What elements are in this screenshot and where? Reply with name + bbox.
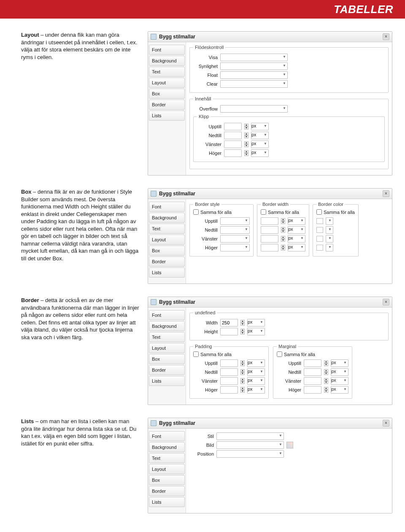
tab-border[interactable]: Border — [149, 100, 185, 110]
dd-bw-right-u[interactable]: px — [288, 244, 305, 251]
dd-synlighet[interactable] — [220, 62, 288, 70]
tab-border[interactable]: Border — [149, 365, 185, 375]
tab-box[interactable]: Box — [149, 354, 185, 364]
tab-background[interactable]: Background — [149, 442, 185, 452]
tab-font[interactable]: Font — [149, 45, 185, 55]
dd-bc-top[interactable] — [326, 217, 333, 225]
dd-height-u[interactable]: px — [247, 328, 265, 335]
spin-p-top[interactable]: ▲▼ — [240, 360, 245, 366]
inp-clip-right[interactable] — [224, 149, 242, 157]
inp-bw-bot[interactable] — [261, 226, 278, 234]
dd-clip-right-unit[interactable]: px — [251, 149, 269, 157]
dd-p-top-u[interactable]: px — [247, 359, 265, 367]
inp-clip-left[interactable] — [224, 140, 242, 148]
dd-bc-right[interactable] — [326, 244, 333, 251]
inp-clip-bot[interactable] — [224, 132, 242, 139]
dd-bstyle-bot[interactable] — [220, 226, 250, 234]
swatch-left[interactable] — [316, 236, 323, 242]
dd-bild[interactable] — [216, 441, 284, 449]
dd-m-right-u[interactable]: px — [331, 386, 348, 394]
spin-clip-top[interactable]: ▲▼ — [244, 124, 248, 130]
dd-float[interactable] — [220, 71, 288, 79]
inp-width[interactable] — [220, 319, 238, 327]
chk-marg-all[interactable]: Samma för alla — [277, 351, 315, 357]
tab-background[interactable]: Background — [149, 56, 185, 66]
inp-m-left[interactable] — [304, 377, 321, 385]
dd-clip-bot-unit[interactable]: px — [251, 132, 269, 139]
dd-width-u[interactable]: px — [247, 319, 265, 327]
tab-box[interactable]: Box — [149, 89, 185, 99]
dd-p-bot-u[interactable]: px — [247, 368, 265, 376]
swatch-top[interactable] — [316, 218, 323, 224]
image-picker-icon[interactable] — [286, 442, 293, 448]
spin-clip-bot[interactable]: ▲▼ — [244, 132, 248, 138]
inp-p-left[interactable] — [220, 377, 238, 385]
swatch-right[interactable] — [316, 245, 323, 251]
dd-bstyle-left[interactable] — [220, 235, 250, 243]
chk-bwidth-all[interactable]: Samma för alla — [261, 209, 299, 215]
dd-clear[interactable] — [220, 80, 288, 88]
dd-bc-bot[interactable] — [326, 226, 333, 234]
spin-m-top[interactable]: ▲▼ — [324, 360, 328, 366]
tab-layout[interactable]: Layout — [149, 78, 185, 88]
tab-border[interactable]: Border — [149, 257, 185, 267]
spin-bw-bot[interactable]: ▲▼ — [281, 227, 285, 233]
tab-layout[interactable]: Layout — [149, 235, 185, 245]
spin-bw-right[interactable]: ▲▼ — [281, 245, 285, 251]
spin-p-left[interactable]: ▲▼ — [240, 378, 245, 384]
tab-layout[interactable]: Layout — [149, 464, 185, 474]
tab-box[interactable]: Box — [149, 246, 185, 256]
inp-clip-top[interactable] — [224, 123, 242, 130]
tab-font[interactable]: Font — [149, 310, 185, 320]
tab-layout[interactable]: Layout — [149, 343, 185, 353]
dd-clip-left-unit[interactable]: px — [251, 140, 269, 148]
chk-pad-all[interactable]: Samma för alla — [193, 351, 232, 357]
dd-visa[interactable] — [220, 54, 288, 61]
inp-bw-right[interactable] — [261, 244, 278, 251]
spin-clip-right[interactable]: ▲▼ — [244, 150, 248, 156]
dd-m-bot-u[interactable]: px — [331, 368, 348, 376]
tab-lists[interactable]: Lists — [149, 111, 185, 121]
tab-border[interactable]: Border — [149, 486, 185, 496]
dd-position[interactable] — [216, 450, 284, 458]
dd-m-top-u[interactable]: px — [331, 359, 348, 367]
spin-p-bot[interactable]: ▲▼ — [240, 369, 245, 375]
spin-m-right[interactable]: ▲▼ — [324, 387, 328, 393]
close-icon[interactable]: × — [383, 420, 389, 427]
dd-m-left-u[interactable]: px — [331, 377, 348, 385]
spin-p-right[interactable]: ▲▼ — [240, 387, 245, 393]
dd-overflow[interactable] — [220, 105, 288, 113]
spin-height[interactable]: ▲▼ — [240, 329, 245, 335]
dd-clip-top-unit[interactable]: px — [251, 123, 269, 130]
tab-lists[interactable]: Lists — [149, 497, 185, 507]
chk-bcolor-all[interactable]: Samma för alla — [316, 209, 355, 215]
inp-p-right[interactable] — [220, 386, 238, 394]
tab-font[interactable]: Font — [149, 202, 185, 212]
chk-bstyle-all[interactable]: Samma för alla — [193, 209, 232, 215]
spin-bw-top[interactable]: ▲▼ — [281, 218, 285, 224]
inp-height[interactable] — [220, 328, 238, 335]
tab-text[interactable]: Text — [149, 332, 185, 342]
inp-m-top[interactable] — [304, 359, 321, 367]
dd-stil[interactable] — [216, 432, 284, 440]
swatch-bot[interactable] — [316, 227, 323, 233]
spin-m-left[interactable]: ▲▼ — [324, 378, 328, 384]
tab-background[interactable]: Background — [149, 213, 185, 223]
inp-m-bot[interactable] — [304, 368, 321, 376]
tab-text[interactable]: Text — [149, 453, 185, 463]
spin-bw-left[interactable]: ▲▼ — [281, 236, 285, 242]
spin-clip-left[interactable]: ▲▼ — [244, 141, 248, 147]
dd-p-right-u[interactable]: px — [247, 386, 265, 394]
close-icon[interactable]: × — [383, 33, 389, 40]
spin-width[interactable]: ▲▼ — [240, 320, 245, 326]
inp-bw-left[interactable] — [261, 235, 278, 243]
dd-bc-left[interactable] — [326, 235, 333, 243]
inp-p-bot[interactable] — [220, 368, 238, 376]
tab-box[interactable]: Box — [149, 475, 185, 485]
dd-bstyle-right[interactable] — [220, 244, 250, 251]
dd-bstyle-top[interactable] — [220, 217, 250, 225]
dd-bw-top-u[interactable]: px — [288, 217, 305, 225]
tab-lists[interactable]: Lists — [149, 267, 185, 278]
close-icon[interactable]: × — [383, 299, 389, 305]
inp-bw-top[interactable] — [261, 217, 278, 225]
